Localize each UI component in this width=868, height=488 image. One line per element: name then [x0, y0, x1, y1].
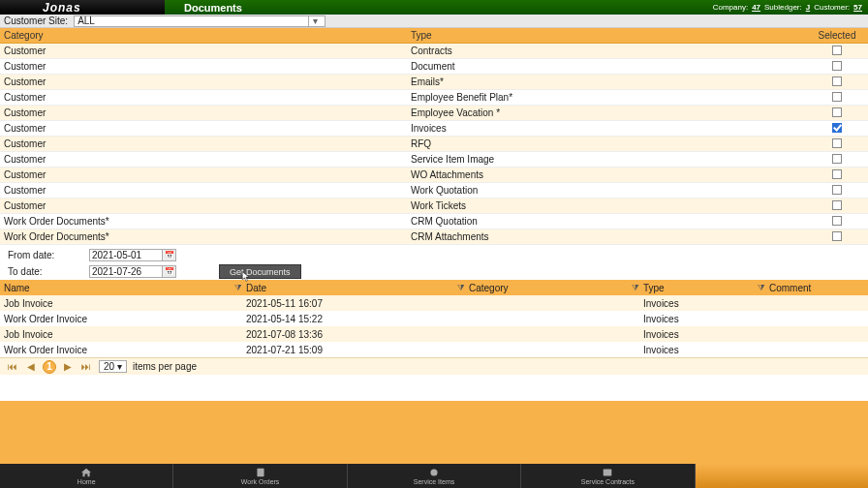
get-documents-label: Get Documents — [230, 267, 291, 277]
doc-type-cell: Employee Vacation * — [411, 107, 810, 118]
customer-site-value: ALL — [78, 15, 95, 26]
doc-row[interactable]: Work Order Documents*CRM Quotation — [0, 214, 868, 229]
doc-row[interactable]: CustomerInvoices — [0, 121, 868, 137]
doc-category-cell: Customer — [4, 123, 411, 134]
result-name-cell: Work Order Invoice — [4, 345, 246, 355]
selected-checkbox[interactable] — [832, 216, 842, 226]
footer-service-items[interactable]: Service Items — [348, 464, 521, 488]
results-body: Job Invoice2021-05-11 16:07InvoicesWork … — [0, 295, 868, 357]
filter-icon[interactable]: ⧩ — [632, 283, 639, 293]
doc-row[interactable]: CustomerWork Quotation — [0, 183, 868, 198]
customer-value[interactable]: 57 — [853, 3, 862, 12]
result-row[interactable]: Job Invoice2021-05-11 16:07Invoices — [0, 295, 868, 311]
header-category[interactable]: Category⧩ — [469, 283, 643, 293]
doc-type-cell: Employee Benefit Plan* — [411, 92, 810, 103]
pager-next-button[interactable]: ▶ — [62, 361, 74, 372]
page-size-select[interactable]: 20 ▾ — [99, 360, 127, 373]
result-date-cell: 2021-05-14 15:22 — [246, 314, 469, 324]
calendar-icon[interactable]: 📅 — [163, 265, 176, 278]
header-type[interactable]: Type — [411, 30, 810, 41]
result-row[interactable]: Work Order Invoice2021-07-21 15:09Invoic… — [0, 342, 868, 357]
doc-type-cell: Document — [411, 61, 810, 72]
selected-checkbox[interactable] — [832, 200, 842, 210]
to-date-row: To date: 2021-07-26 📅 Get Documents — [0, 263, 868, 280]
header-name-label: Name — [4, 283, 30, 293]
subledger-value[interactable]: J — [806, 3, 810, 12]
filter-icon[interactable]: ⧩ — [758, 283, 765, 293]
doc-row[interactable]: CustomerWO Attachments — [0, 168, 868, 183]
to-date-input[interactable]: 2021-07-26 — [89, 265, 163, 278]
doc-row[interactable]: CustomerService Item Image — [0, 152, 868, 168]
selected-checkbox[interactable] — [832, 46, 842, 55]
pager-prev-button[interactable]: ◀ — [25, 361, 37, 372]
footer-documents[interactable] — [696, 464, 868, 488]
doc-category-cell: Customer — [4, 92, 411, 103]
pager-last-button[interactable]: ⏭ — [79, 361, 93, 372]
company-label: Company: — [713, 3, 748, 12]
company-value[interactable]: 47 — [752, 3, 760, 12]
doc-row[interactable]: CustomerContracts — [0, 44, 868, 59]
doc-selected-cell — [810, 231, 864, 243]
filter-icon[interactable]: ⧩ — [234, 283, 242, 293]
customer-site-bar: Customer Site: ALL ▾ — [0, 15, 868, 28]
doc-table-body: CustomerContractsCustomerDocumentCustome… — [0, 44, 868, 245]
doc-type-cell: CRM Quotation — [411, 216, 810, 227]
doc-category-cell: Customer — [4, 169, 411, 180]
doc-category-cell: Customer — [4, 154, 411, 165]
result-row[interactable]: Job Invoice2021-07-08 13:36Invoices — [0, 326, 868, 342]
doc-type-cell: Emails* — [411, 76, 810, 87]
page-size-label: items per page — [133, 361, 197, 372]
selected-checkbox[interactable] — [832, 185, 842, 195]
doc-row[interactable]: CustomerWork Tickets — [0, 198, 868, 214]
home-icon — [80, 468, 92, 477]
app-topbar: Jonas Documents Company: 47 Subledger: J… — [0, 0, 868, 15]
customer-site-label: Customer Site: — [4, 15, 68, 26]
customer-site-dropdown[interactable]: ALL ▾ — [74, 15, 326, 27]
selected-checkbox[interactable] — [832, 154, 842, 164]
header-date-label: Date — [246, 283, 266, 293]
header-category[interactable]: Category — [4, 30, 411, 41]
footer-home[interactable]: Home — [0, 464, 173, 488]
pager-first-button[interactable]: ⏮ — [6, 361, 19, 372]
topbar-title-band: Documents Company: 47 Subledger: J Custo… — [165, 0, 868, 15]
doc-row[interactable]: CustomerEmployee Benefit Plan* — [0, 90, 868, 106]
footer-service-contracts[interactable]: Service Contracts — [521, 464, 695, 488]
cursor-icon — [241, 271, 251, 283]
doc-selected-cell — [810, 154, 864, 166]
doc-row[interactable]: CustomerRFQ — [0, 137, 868, 152]
footer-work-orders[interactable]: Work Orders — [173, 464, 347, 488]
selected-checkbox[interactable] — [832, 61, 842, 71]
selected-checkbox[interactable] — [832, 107, 842, 117]
results-header: Name⧩ Date⧩ Category⧩ Type⧩ Comment — [0, 280, 868, 295]
from-date-input[interactable]: 2021-05-01 — [89, 249, 163, 261]
to-date-label: To date: — [8, 266, 89, 277]
pager-current-page[interactable]: 1 — [43, 360, 56, 374]
doc-row[interactable]: CustomerEmails* — [0, 75, 868, 90]
footer-nav: Home Work Orders Service Items Service C… — [0, 464, 868, 488]
result-date-cell: 2021-05-11 16:07 — [246, 298, 469, 309]
calendar-icon[interactable]: 📅 — [163, 249, 176, 261]
subledger-label: Subledger: — [764, 3, 802, 12]
header-name[interactable]: Name⧩ — [4, 283, 246, 293]
selected-checkbox[interactable] — [832, 138, 842, 148]
selected-checkbox[interactable] — [832, 76, 842, 86]
doc-row[interactable]: CustomerEmployee Vacation * — [0, 106, 868, 121]
doc-type-cell: Work Quotation — [411, 185, 810, 196]
header-comment[interactable]: Comment — [769, 283, 864, 293]
selected-checkbox[interactable] — [832, 169, 842, 179]
doc-row[interactable]: CustomerDocument — [0, 59, 868, 75]
app-logo: Jonas — [0, 0, 165, 15]
selected-checkbox[interactable] — [832, 231, 842, 241]
header-date[interactable]: Date⧩ — [246, 283, 469, 293]
doc-category-cell: Customer — [4, 107, 411, 118]
doc-row[interactable]: Work Order Documents*CRM Attachments — [0, 229, 868, 245]
filter-icon[interactable]: ⧩ — [457, 283, 465, 293]
header-selected[interactable]: Selected — [810, 30, 864, 41]
result-row[interactable]: Work Order Invoice2021-05-14 15:22Invoic… — [0, 311, 868, 326]
header-type[interactable]: Type⧩ — [643, 283, 769, 293]
selected-checkbox[interactable] — [832, 123, 842, 133]
doc-selected-cell — [810, 200, 864, 212]
selected-checkbox[interactable] — [832, 92, 842, 102]
doc-type-cell: WO Attachments — [411, 169, 810, 180]
get-documents-button[interactable]: Get Documents — [219, 264, 301, 279]
